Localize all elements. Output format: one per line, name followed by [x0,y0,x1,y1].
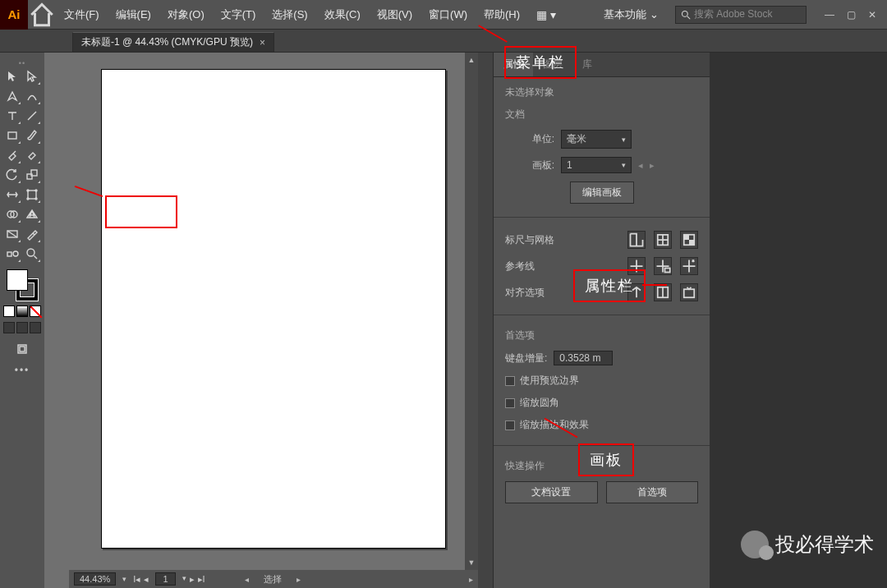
canvas-area: ▲▼ 44.43% ▾ I◂ ◂ 1 ▾ ▸ ▸I ◂ 选择 ▸ ▸ [44,53,478,588]
workspace-switcher[interactable]: 基本功能 ⌄ [595,7,667,22]
menu-effect[interactable]: 效果(C) [316,7,369,22]
artboard-value: 1 [567,159,572,171]
minimize-icon[interactable]: — [823,9,836,21]
paintbrush-tool[interactable] [23,126,41,145]
document-tab[interactable]: 未标题-1 @ 44.43% (CMYK/GPU 预览) × [72,32,274,52]
status-caret-icon[interactable]: ▸ [296,575,301,584]
edit-toolbar[interactable]: ••• [15,365,30,376]
scale-tool[interactable] [23,166,41,184]
last-artboard-icon[interactable]: ▸I [198,574,205,585]
edit-artboards-button[interactable]: 编辑画板 [570,181,634,204]
menu-view[interactable]: 视图(V) [369,7,421,22]
svg-point-0 [682,11,688,16]
shaper-tool[interactable] [3,146,21,164]
draw-behind-icon[interactable] [16,322,28,333]
curvature-tool[interactable] [23,87,41,105]
selection-tool[interactable] [3,67,21,85]
checkbox-icon [505,398,515,408]
preview-bounds-label: 使用预览边界 [520,374,579,388]
svg-rect-18 [689,240,694,245]
gradient-tool[interactable] [3,225,21,243]
menu-file[interactable]: 文件(F) [56,7,108,22]
snap-pixel-icon[interactable] [680,283,698,301]
chevron-down-icon: ▾ [622,136,626,144]
artboard[interactable] [101,69,446,549]
scroll-left-icon[interactable]: ◂ [245,575,249,584]
scroll-right-icon[interactable]: ▸ [469,575,473,584]
home-icon[interactable] [28,0,56,30]
close-icon[interactable]: ✕ [866,9,879,21]
scale-strokes-checkbox[interactable]: 缩放描边和效果 [505,418,698,432]
svg-rect-4 [28,191,36,199]
draw-inside-icon[interactable] [30,322,41,333]
shape-builder-tool[interactable] [3,205,21,223]
maximize-icon[interactable]: ▢ [844,9,857,21]
wechat-icon [741,531,769,558]
vertical-scrollbar[interactable]: ▲▼ [465,53,478,570]
rotate-tool[interactable] [3,166,21,184]
smart-guides-icon[interactable] [680,257,698,275]
svg-point-14 [27,249,34,256]
watermark: 投必得学术 [741,531,874,558]
tab-libraries[interactable]: 库 [572,53,602,76]
key-increment-input[interactable]: 0.3528 m [554,351,613,365]
unit-dropdown[interactable]: 毫米 ▾ [561,130,632,149]
close-tab-icon[interactable]: × [260,37,265,48]
color-none-icon[interactable] [30,305,41,317]
artboard-dropdown[interactable]: 1 ▾ [561,157,632,173]
next-icon[interactable]: ▸ [650,160,655,171]
preview-bounds-checkbox[interactable]: 使用预览边界 [505,374,698,388]
screen-mode-tool[interactable] [13,340,31,358]
color-solid-icon[interactable] [3,305,15,317]
artboard-number[interactable]: 1 [155,572,175,586]
pen-tool[interactable] [3,87,21,105]
menu-type[interactable]: 文字(T) [213,7,264,22]
prev-icon[interactable]: ◂ [638,160,643,171]
ruler-icon[interactable] [627,231,646,249]
first-artboard-icon[interactable]: I◂ [133,574,140,585]
color-gradient-icon[interactable] [16,305,28,317]
draw-normal-icon[interactable] [3,322,15,333]
type-tool[interactable] [3,107,21,125]
collapsed-panel-strip[interactable] [478,53,493,588]
grid-icon[interactable] [654,231,672,249]
stock-search[interactable]: 搜索 Adobe Stock [675,6,807,24]
line-tool[interactable] [23,107,41,125]
next-artboard-icon[interactable]: ▸ [190,574,195,585]
prev-artboard-icon[interactable]: ◂ [144,574,149,585]
no-selection-label: 未选择对象 [505,85,698,99]
annotation-line [642,284,667,286]
fill-swatch[interactable] [7,269,28,291]
perspective-tool[interactable] [23,205,41,223]
panel-grip[interactable]: •• [12,59,32,62]
blend-tool[interactable] [3,245,21,263]
eraser-tool[interactable] [23,146,41,164]
menu-help[interactable]: 帮助(H) [476,7,528,22]
menu-select[interactable]: 选择(S) [264,7,315,22]
svg-point-8 [35,198,37,200]
scale-corners-checkbox[interactable]: 缩放圆角 [505,396,698,410]
guides-lock-icon[interactable] [654,257,672,275]
fill-stroke-swatch[interactable] [5,268,39,302]
rectangle-tool[interactable] [3,126,21,145]
chevron-down-icon[interactable]: ▾ [182,574,186,585]
chevron-down-icon[interactable]: ▾ [122,575,126,583]
free-transform-tool[interactable] [23,186,41,204]
app-logo: Ai [0,0,28,30]
direct-selection-tool[interactable] [23,67,41,85]
transparency-grid-icon[interactable] [680,231,698,249]
layout-icon[interactable]: ▦ ▾ [528,8,564,21]
search-placeholder: 搜索 Adobe Stock [694,7,772,21]
document-setup-button[interactable]: 文档设置 [505,481,598,503]
annotation-artboard: 画板 [578,443,634,476]
preferences-button[interactable]: 首选项 [606,481,699,503]
menu-edit[interactable]: 编辑(E) [108,7,159,22]
eyedropper-tool[interactable] [23,225,41,243]
menu-object[interactable]: 对象(O) [159,7,213,22]
snap-grid-icon[interactable] [654,283,672,301]
zoom-tool[interactable] [23,245,41,263]
menu-window[interactable]: 窗口(W) [421,7,476,22]
zoom-level[interactable]: 44.43% [74,572,116,586]
width-tool[interactable] [3,186,21,204]
artboard-nav2: ▾ ▸ ▸I [182,574,205,585]
